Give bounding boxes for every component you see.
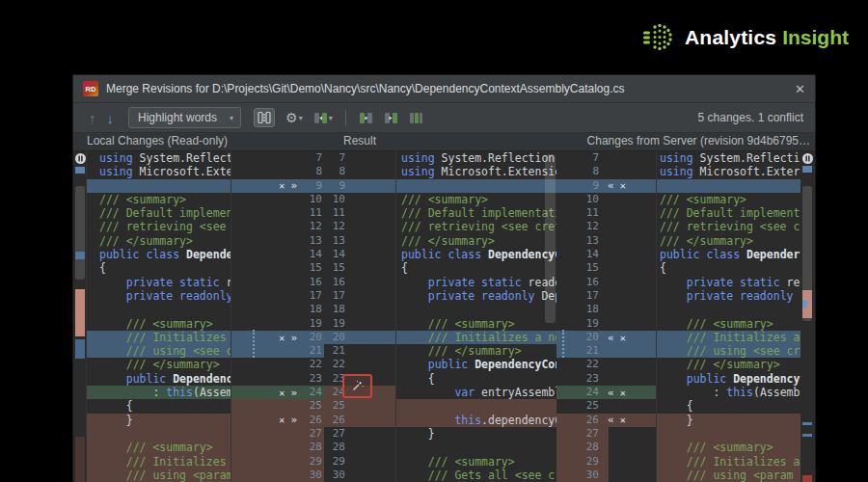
code-line[interactable]: /// Default implementati xyxy=(396,206,556,220)
code-line[interactable]: { xyxy=(396,372,556,386)
line-number: 17 xyxy=(305,289,322,303)
accept-local-change-button[interactable]: » xyxy=(290,180,297,191)
line-number: 23 xyxy=(305,372,322,386)
result-pane[interactable]: using System.Reflection;using Microsoft.… xyxy=(395,151,556,482)
resolve-conflict-wand-icon xyxy=(351,380,364,392)
code-line[interactable]: public class DependencyC xyxy=(396,248,556,261)
code-token: /// using <see cr xyxy=(126,344,231,358)
gutter-bridge-left: ✕»20 xyxy=(231,331,324,344)
accept-server-change-button[interactable]: « xyxy=(608,388,614,398)
accept-server-change-button[interactable]: « xyxy=(608,333,614,343)
code-line[interactable]: using Microsoft.Extensio xyxy=(396,165,556,178)
accept-local-change-button[interactable]: » xyxy=(290,388,297,398)
resolve-conflicts-icon xyxy=(409,111,423,125)
code-line[interactable]: /// <summary> xyxy=(396,455,556,469)
apply-non-conflicting-right-button[interactable] xyxy=(384,111,398,125)
resolve-simple-conflicts-button[interactable] xyxy=(409,111,423,125)
accept-local-change-button[interactable]: » xyxy=(290,333,297,343)
merge-gutter-row: 25 xyxy=(556,399,656,413)
merge-gutter-row: 1616 xyxy=(231,276,395,289)
code-line[interactable]: /// <summary> xyxy=(396,317,556,331)
local-changes-pane: using System.Reflectiusing Microsoft.Ext… xyxy=(87,151,231,482)
code-token: } xyxy=(660,414,693,427)
line-number: 10 xyxy=(324,193,345,206)
code-line: { xyxy=(87,399,231,413)
gutter-bridge-result: 10 xyxy=(324,193,395,206)
code-line: using Microsoft.Exter xyxy=(657,165,800,178)
line-number: 7 xyxy=(324,151,345,165)
gutter-bridge-result: 22 xyxy=(324,358,395,371)
code-token: /// <summary> xyxy=(428,455,515,469)
merge-gutter-row: 15 xyxy=(556,261,656,275)
code-line[interactable] xyxy=(396,399,556,413)
gutter-bridge-left: 8 xyxy=(231,165,324,178)
gutter-bridge-left: 17 xyxy=(231,289,324,303)
gutter-bridge-left: 18 xyxy=(231,303,324,316)
code-line[interactable] xyxy=(396,179,556,193)
previous-change-button[interactable]: ↑ xyxy=(89,110,96,126)
close-button[interactable]: ✕ xyxy=(795,82,805,96)
apply-all-non-conflicting-changes-button[interactable]: ▾ xyxy=(313,111,333,125)
code-line[interactable]: /// Gets all <see cr xyxy=(396,469,556,482)
scroll-marker-blue xyxy=(75,167,85,174)
code-line[interactable]: /// retrieving <see cref xyxy=(396,220,556,233)
code-line[interactable]: } xyxy=(396,427,556,441)
gutter-bridge-result: 13 xyxy=(324,234,395,248)
code-line[interactable]: var entryAssembl xyxy=(396,386,556,399)
diff-settings-button[interactable]: ⚙ ▾ xyxy=(285,111,303,124)
change-actions: ✕» xyxy=(279,415,297,425)
gutter-bridge-result: 19 xyxy=(324,317,395,331)
ignore-change-button[interactable]: ✕ xyxy=(620,415,626,425)
line-number: 29 xyxy=(305,455,322,469)
code-token: using xyxy=(401,165,435,178)
merge-gutter-row: ✕»2626 xyxy=(231,414,395,427)
code-line[interactable] xyxy=(396,441,556,454)
ignore-change-button[interactable]: ✕ xyxy=(620,333,626,343)
accept-server-change-button[interactable]: « xyxy=(608,415,614,425)
code-line[interactable]: { xyxy=(396,261,556,275)
code-line[interactable]: this.dependencyC xyxy=(396,414,556,427)
result-scrollbar[interactable] xyxy=(545,154,556,323)
conflict-annotation-box[interactable] xyxy=(342,374,372,398)
code-line[interactable]: private readonly Dep xyxy=(396,289,556,303)
highlight-mode-select[interactable]: Highlight words ▾ xyxy=(128,107,241,128)
gutter-bridge-result: 14 xyxy=(324,248,395,261)
code-line[interactable]: /// </summary> xyxy=(396,234,556,248)
code-line[interactable]: /// </summary> xyxy=(396,344,556,358)
merge-toolbar: ↑ ↓ Highlight words ▾ ⚙ ▾ ▾ xyxy=(73,103,815,133)
code-token: /// <summary> xyxy=(401,193,488,206)
sync-scrolling-toggle[interactable] xyxy=(254,108,275,127)
code-line[interactable]: /// <summary> xyxy=(396,193,556,206)
code-token: /// <summary> xyxy=(126,441,213,454)
code-line[interactable]: private static reado xyxy=(396,276,556,289)
code-line[interactable] xyxy=(396,303,556,316)
code-token: /// </summary> xyxy=(660,234,753,248)
ignore-change-button[interactable]: ✕ xyxy=(620,388,626,398)
code-line[interactable]: public DependencyCon xyxy=(396,358,556,371)
line-number: 9 xyxy=(556,179,599,193)
ignore-change-button[interactable]: ✕ xyxy=(279,180,285,191)
code-token: .dependencyC xyxy=(481,414,556,427)
code-line[interactable]: using System.Reflection; xyxy=(396,151,556,165)
code-line xyxy=(657,303,800,316)
left-scrollbar-thumb[interactable] xyxy=(75,186,85,280)
line-number: 19 xyxy=(324,317,345,331)
code-token xyxy=(660,289,687,303)
ignore-change-button[interactable]: ✕ xyxy=(279,333,285,343)
code-line: /// </summary> xyxy=(657,234,800,248)
code-token xyxy=(401,344,428,358)
gutter-bridge-result: 15 xyxy=(324,261,395,275)
next-change-button[interactable]: ↓ xyxy=(107,110,115,126)
ignore-change-button[interactable]: ✕ xyxy=(279,388,285,398)
ignore-change-button[interactable]: ✕ xyxy=(279,415,285,425)
accept-server-change-button[interactable]: « xyxy=(608,180,614,191)
ignore-change-button[interactable]: ✕ xyxy=(620,180,626,191)
code-token: /// Initializes a xyxy=(687,331,800,344)
code-token: Depender xyxy=(740,248,800,261)
accept-local-change-button[interactable]: » xyxy=(290,415,297,425)
change-actions: «✕ xyxy=(608,180,626,191)
code-line: /// using <param xyxy=(87,469,231,482)
apply-non-conflicting-left-button[interactable] xyxy=(359,111,373,125)
code-token: /// using <param xyxy=(687,469,794,482)
code-line[interactable]: /// Initializes a ne xyxy=(396,331,556,344)
